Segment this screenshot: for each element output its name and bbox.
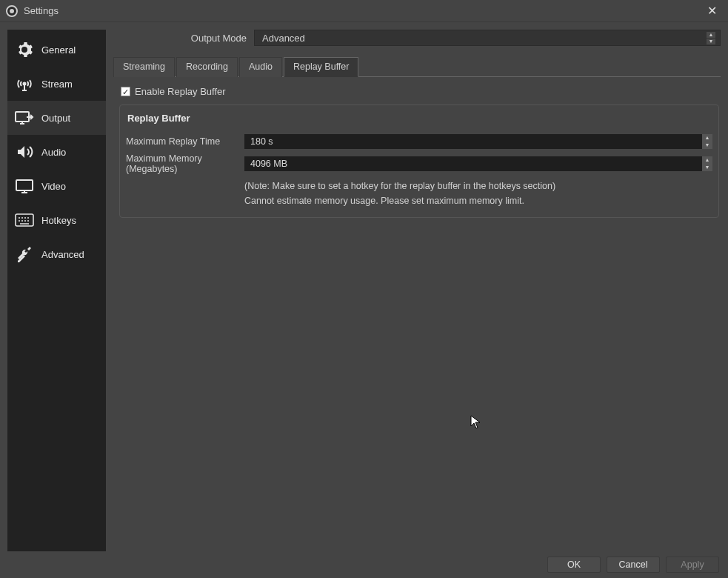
- chevron-updown-icon: ▲▼: [707, 32, 715, 44]
- max-replay-time-row: Maximum Replay Time 180 s ▲▼: [126, 134, 712, 149]
- sidebar-item-output[interactable]: Output: [7, 101, 106, 135]
- sidebar-item-label: Hotkeys: [41, 215, 76, 226]
- enable-replay-row[interactable]: ✓ Enable Replay Buffer: [119, 86, 719, 97]
- max-replay-time-value: 180 s: [250, 136, 273, 147]
- replay-note: (Note: Make sure to set a hotkey for the…: [244, 179, 712, 193]
- sidebar-item-label: Output: [41, 113, 70, 124]
- output-mode-select[interactable]: Advanced ▲▼: [254, 30, 721, 46]
- enable-replay-label: Enable Replay Buffer: [135, 86, 226, 97]
- spin-updown-icon[interactable]: ▲▼: [702, 156, 712, 171]
- output-mode-label: Output Mode: [113, 33, 247, 44]
- enable-replay-checkbox[interactable]: ✓: [121, 87, 130, 96]
- antenna-icon: [15, 74, 34, 93]
- gear-icon: [15, 40, 34, 59]
- max-memory-value: 4096 MB: [250, 159, 287, 169]
- apply-button: Apply: [666, 557, 719, 573]
- keyboard-icon: [15, 210, 34, 230]
- sidebar-item-hotkeys[interactable]: Hotkeys: [7, 203, 106, 237]
- window-title: Settings: [24, 5, 59, 16]
- sidebar-item-label: Audio: [41, 147, 66, 158]
- sidebar-item-audio[interactable]: Audio: [7, 135, 106, 169]
- output-icon: [15, 108, 34, 127]
- tab-audio[interactable]: Audio: [239, 57, 282, 77]
- settings-sidebar: General Stream Output Audio Video: [7, 30, 106, 551]
- ok-button[interactable]: OK: [547, 557, 601, 573]
- replay-buffer-group-title: Replay Buffer: [126, 113, 712, 134]
- max-memory-input[interactable]: 4096 MB ▲▼: [244, 156, 712, 171]
- sidebar-item-label: Stream: [41, 79, 73, 90]
- max-memory-row: Maximum Memory (Megabytes) 4096 MB ▲▼: [126, 153, 712, 174]
- titlebar: Settings ✕: [0, 0, 728, 22]
- tools-icon: [15, 245, 34, 264]
- max-replay-time-label: Maximum Replay Time: [126, 136, 238, 147]
- output-mode-row: Output Mode Advanced ▲▼: [113, 30, 721, 56]
- sidebar-item-label: Advanced: [41, 249, 84, 260]
- sidebar-item-label: General: [41, 44, 76, 56]
- dialog-footer: OK Cancel Apply: [0, 551, 728, 578]
- tab-recording[interactable]: Recording: [176, 57, 238, 77]
- replay-warning: Cannot estimate memory usage. Please set…: [244, 193, 712, 208]
- max-replay-time-input[interactable]: 180 s ▲▼: [244, 134, 712, 149]
- settings-main: Output Mode Advanced ▲▼ Streaming Record…: [113, 30, 721, 551]
- sidebar-item-label: Video: [41, 181, 66, 192]
- obs-icon: [6, 5, 18, 17]
- sidebar-item-video[interactable]: Video: [7, 169, 106, 203]
- max-memory-label: Maximum Memory (Megabytes): [126, 153, 238, 174]
- close-button[interactable]: ✕: [701, 4, 722, 18]
- cancel-button[interactable]: Cancel: [607, 557, 660, 573]
- sidebar-item-general[interactable]: General: [7, 33, 106, 67]
- speaker-icon: [15, 142, 34, 162]
- output-tabs: Streaming Recording Audio Replay Buffer: [113, 56, 721, 77]
- svg-rect-2: [16, 180, 33, 190]
- monitor-icon: [15, 176, 34, 196]
- output-mode-value: Advanced: [262, 33, 305, 44]
- replay-note-block: (Note: Make sure to set a hotkey for the…: [126, 179, 712, 208]
- sidebar-item-stream[interactable]: Stream: [7, 67, 106, 101]
- tab-replay-buffer[interactable]: Replay Buffer: [284, 57, 359, 77]
- sidebar-item-advanced[interactable]: Advanced: [7, 237, 106, 271]
- tab-streaming[interactable]: Streaming: [113, 57, 175, 77]
- replay-buffer-group: Replay Buffer Maximum Replay Time 180 s …: [119, 104, 719, 218]
- replay-buffer-panel: ✓ Enable Replay Buffer Replay Buffer Max…: [113, 77, 721, 218]
- spin-updown-icon[interactable]: ▲▼: [702, 134, 712, 149]
